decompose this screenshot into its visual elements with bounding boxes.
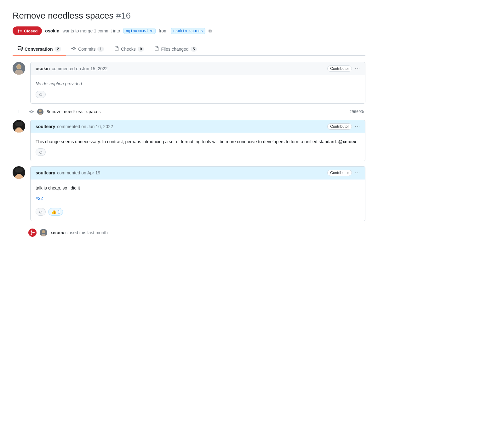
pr-merge-text: wants to merge 1 commit into	[62, 28, 120, 33]
comment-author-1: osokin	[36, 66, 50, 71]
comment-body-2: This change seems unnecessary. In contra…	[31, 133, 365, 161]
reaction-btn-3[interactable]: ☺	[36, 208, 46, 216]
pr-link-22[interactable]: #22	[36, 196, 43, 201]
comment-box-1: osokin commented on Jun 15, 2022 Contrib…	[30, 62, 365, 103]
pr-from-text: from	[159, 28, 168, 33]
closed-label: Closed	[24, 29, 37, 33]
pr-title: Remove needless spaces #16	[13, 10, 365, 21]
closed-badge: Closed	[13, 26, 42, 35]
comment-author-2: soulteary	[36, 124, 55, 129]
comment-body-1: No description provided. ☺	[31, 75, 365, 103]
reaction-btn-1[interactable]: ☺	[36, 91, 46, 98]
tab-conversation[interactable]: Conversation 2	[13, 43, 66, 56]
commits-tab-icon	[71, 46, 76, 52]
avatar-osokin	[13, 62, 25, 75]
files-changed-tab-count: 5	[191, 47, 197, 52]
contributor-badge-2: Contributor	[327, 123, 352, 130]
commits-tab-label: Commits	[78, 47, 95, 52]
tab-commits[interactable]: Commits 1	[66, 43, 109, 56]
conversation-tab-count: 2	[54, 47, 61, 52]
contributor-badge-3: Contributor	[327, 170, 352, 176]
comment-date-3: commented on Apr 19	[57, 170, 100, 175]
commit-icon	[29, 109, 34, 114]
more-options-3[interactable]: ···	[355, 170, 360, 176]
pr-number: #16	[116, 11, 131, 20]
contributor-badge-1: Contributor	[327, 65, 352, 72]
conversation-tab-label: Conversation	[25, 47, 53, 52]
comment-box-2: soulteary commented on Jun 16, 2022 Cont…	[30, 120, 365, 161]
conversation-tab-icon	[18, 46, 23, 52]
connector-line	[19, 110, 19, 113]
comment-author-3: soulteary	[36, 170, 55, 175]
comment-header-1: osokin commented on Jun 15, 2022 Contrib…	[31, 62, 365, 75]
comment-header-3: soulteary commented on Apr 19 Contributo…	[31, 167, 365, 179]
svg-rect-11	[15, 122, 23, 126]
tabs-bar: Conversation 2 Commits 1 Checks 0 Files …	[13, 43, 365, 56]
source-branch[interactable]: osokin:spaces	[171, 28, 205, 34]
more-options-2[interactable]: ···	[355, 124, 360, 129]
copy-icon[interactable]: ⧉	[209, 28, 212, 34]
timeline: osokin commented on Jun 15, 2022 Contrib…	[13, 62, 365, 237]
comment-text-1: No description provided.	[36, 80, 360, 87]
target-branch[interactable]: nginx:master	[123, 28, 156, 34]
commit-sha: 296093e	[349, 110, 365, 114]
checks-tab-count: 0	[138, 47, 144, 52]
checks-tab-icon	[114, 46, 119, 52]
pr-author: osokin	[45, 28, 59, 33]
pr-meta: Closed osokin wants to merge 1 commit in…	[13, 26, 365, 35]
more-options-1[interactable]: ···	[355, 66, 360, 71]
commit-line: Remove needless spaces 296093e	[13, 109, 365, 115]
closed-actor-avatar	[40, 229, 47, 236]
timeline-item-2: soulteary commented on Jun 16, 2022 Cont…	[13, 120, 365, 161]
files-changed-tab-icon	[154, 46, 159, 52]
svg-point-21	[42, 230, 45, 233]
closed-actor-name: xeioex	[50, 230, 64, 235]
mention-xeioex: @xeioex	[338, 139, 356, 144]
closed-event-text: xeioex closed this last month	[50, 230, 108, 235]
avatar-soulteary-2	[13, 166, 25, 179]
commit-author-avatar	[37, 109, 43, 115]
reaction-btn-2[interactable]: ☺	[36, 148, 46, 156]
thumbs-up-reaction[interactable]: 👍 1	[48, 208, 63, 216]
timeline-item-3: soulteary commented on Apr 19 Contributo…	[13, 166, 365, 221]
files-changed-tab-label: Files changed	[161, 47, 188, 52]
checks-tab-label: Checks	[121, 47, 136, 52]
comment-text-3: talk is cheap, so i did it	[36, 184, 360, 191]
timeline-item-1: osokin commented on Jun 15, 2022 Contrib…	[13, 62, 365, 103]
comment-header-2: soulteary commented on Jun 16, 2022 Cont…	[31, 120, 365, 133]
pr-closed-icon	[17, 28, 22, 33]
commits-tab-count: 1	[97, 47, 104, 52]
svg-point-6	[39, 110, 42, 112]
tab-checks[interactable]: Checks 0	[109, 43, 149, 56]
comment-date-2: commented on Jun 16, 2022	[57, 124, 113, 129]
comment-text-2: This change seems unnecessary. In contra…	[36, 138, 360, 145]
svg-rect-17	[15, 168, 23, 173]
svg-point-3	[17, 65, 21, 69]
commit-message: Remove needless spaces	[47, 109, 346, 114]
comment-date-1: commented on Jun 15, 2022	[52, 66, 107, 71]
pr-closed-event-icon	[28, 229, 37, 237]
comment-body-3: talk is cheap, so i did it #22 ☺ 👍 1	[31, 179, 365, 221]
avatar-soulteary-1	[13, 120, 25, 133]
tab-files-changed[interactable]: Files changed 5	[149, 43, 202, 56]
closed-event: xeioex closed this last month	[13, 229, 365, 237]
closed-action-text: closed this last month	[65, 230, 108, 235]
comment-box-3: soulteary commented on Apr 19 Contributo…	[30, 166, 365, 221]
